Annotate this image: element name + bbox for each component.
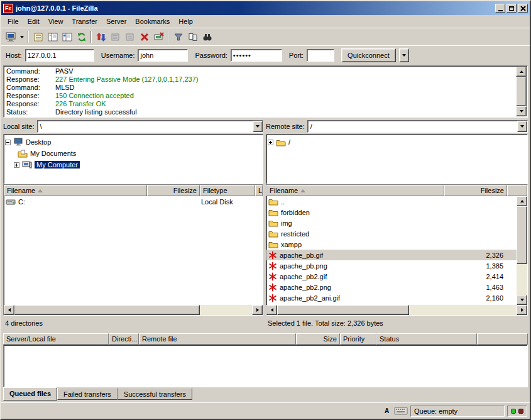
local-col-filetype[interactable]: Filetype [200, 185, 255, 196]
scroll-thumb[interactable] [277, 305, 409, 315]
toolbar-separator [28, 31, 29, 43]
window-title: john@127.0.0.1 - FileZilla [16, 4, 493, 12]
remote-file-row[interactable]: apache_pb2_ani.gif2,160 [266, 292, 517, 303]
remote-file-row[interactable]: .. [266, 196, 517, 207]
chevron-down-icon [520, 125, 524, 128]
local-site-dropdown-button[interactable] [253, 121, 263, 132]
toggle-local-tree-button[interactable] [45, 30, 60, 44]
local-col-last-modified[interactable]: L [255, 185, 263, 196]
tree-item-my-documents[interactable]: My Documents [5, 148, 261, 159]
quickconnect-button[interactable]: Quickconnect [341, 48, 396, 62]
remote-file-row[interactable]: apache_pb.png1,385 [266, 260, 517, 271]
log-scrollbar[interactable] [516, 67, 527, 116]
scroll-right-button[interactable] [517, 305, 527, 315]
image-file-icon [268, 294, 277, 302]
titlebar: Fz john@127.0.0.1 - FileZilla [1, 1, 530, 15]
remote-site-combobox[interactable]: / [307, 120, 528, 133]
remote-site-dropdown-button[interactable] [517, 121, 527, 132]
process-queue-button[interactable] [94, 30, 108, 44]
scroll-left-button[interactable] [4, 305, 14, 315]
add-to-queue-button[interactable] [108, 30, 123, 44]
remote-col-filename[interactable]: Filename [266, 185, 444, 196]
maximize-button[interactable] [506, 4, 517, 13]
remote-file-row[interactable]: restricted [266, 228, 517, 239]
quickconnect-dropdown-button[interactable] [399, 48, 409, 62]
remote-file-row[interactable]: apache_pb2.gif2,414 [266, 271, 517, 282]
local-file-row[interactable]: C: Local Disk [4, 196, 263, 207]
local-list-hscrollbar[interactable] [4, 305, 263, 315]
expand-toggle[interactable] [14, 162, 19, 168]
queue-list [3, 345, 528, 387]
menu-server[interactable]: Server [102, 16, 131, 27]
folder-icon [276, 138, 286, 146]
username-input[interactable] [138, 49, 188, 62]
refresh-button[interactable] [74, 30, 89, 44]
filter-button[interactable] [171, 30, 185, 44]
toggle-message-log-button[interactable] [31, 30, 45, 44]
cancel-icon [140, 32, 150, 42]
toolbar-separator [90, 31, 92, 43]
menu-edit[interactable]: Edit [23, 16, 44, 27]
close-button[interactable] [518, 4, 528, 13]
menu-file[interactable]: File [3, 16, 23, 27]
scroll-up-button[interactable] [517, 196, 527, 206]
toggle-remote-tree-button[interactable] [60, 30, 74, 44]
remote-file-row[interactable]: xampp [266, 239, 517, 250]
site-trees-section: Local site: \ Desktop My Documents [1, 119, 530, 184]
disconnect-button[interactable] [151, 30, 166, 44]
compare-button[interactable] [185, 30, 200, 44]
scroll-down-button[interactable] [517, 295, 527, 305]
queue-col-size[interactable]: Size [296, 333, 340, 345]
password-input[interactable] [231, 49, 282, 62]
local-site-combobox[interactable]: \ [37, 120, 263, 133]
remote-file-row[interactable]: img [266, 218, 517, 228]
site-manager-button[interactable] [4, 30, 18, 44]
arrow-down-icon [520, 299, 524, 301]
expand-toggle[interactable] [268, 140, 273, 145]
queue-col-priority[interactable]: Priority [340, 333, 376, 345]
queue-col-remote-file[interactable]: Remote file [139, 333, 296, 345]
remote-col-filesize[interactable]: Filesize [444, 185, 507, 196]
menu-bookmarks[interactable]: Bookmarks [131, 16, 174, 27]
site-manager-dropdown-button[interactable] [18, 30, 26, 44]
tab-failed-transfers[interactable]: Failed transfers [57, 388, 118, 400]
menu-transfer[interactable]: Transfer [67, 16, 102, 27]
queue-col-status[interactable]: Status [376, 333, 477, 345]
menu-help[interactable]: Help [174, 16, 197, 27]
cancel-button[interactable] [137, 30, 151, 44]
remote-file-row[interactable]: apache_pb2.png1,463 [266, 282, 517, 292]
scroll-thumb[interactable] [516, 77, 527, 106]
scroll-thumb[interactable] [14, 305, 200, 315]
tab-successful-transfers[interactable]: Successful transfers [118, 388, 192, 400]
tree-item-desktop[interactable]: Desktop [5, 136, 261, 148]
statusbar: A Queue: empty [1, 402, 530, 419]
local-site-label: Local site: [3, 123, 35, 130]
tree-item-my-computer[interactable]: My Computer [5, 159, 261, 170]
tree-item-root[interactable]: / [268, 136, 526, 148]
collapse-toggle[interactable] [5, 140, 11, 145]
local-col-filesize[interactable]: Filesize [147, 185, 200, 196]
remove-from-queue-button[interactable] [123, 30, 137, 44]
scroll-up-button[interactable] [516, 67, 527, 77]
minimize-button[interactable] [495, 4, 505, 13]
message-log-icon [33, 32, 43, 42]
menu-view[interactable]: View [44, 16, 68, 27]
scroll-thumb[interactable] [517, 206, 527, 264]
scroll-down-button[interactable] [516, 106, 527, 116]
scroll-right-button[interactable] [252, 305, 263, 315]
remote-file-row[interactable]: forbidden [266, 207, 517, 218]
remote-list-hscrollbar[interactable] [266, 305, 527, 315]
remote-list-vscrollbar[interactable] [517, 196, 527, 305]
tab-queued-files[interactable]: Queued files [3, 387, 57, 401]
arrow-left-icon [8, 308, 11, 312]
chevron-down-icon [20, 36, 24, 38]
port-input[interactable] [307, 49, 334, 62]
scroll-left-button[interactable] [266, 305, 277, 315]
queue-col-server-local-file[interactable]: Server/Local file [3, 333, 109, 345]
log-line: Status:Directory listing successful [6, 108, 515, 116]
host-input[interactable] [25, 49, 94, 62]
find-button[interactable] [200, 30, 214, 44]
queue-col-direction[interactable]: Directi... [109, 333, 139, 345]
remote-file-row-selected[interactable]: apache_pb.gif2,326 [266, 250, 517, 260]
local-col-filename[interactable]: Filename [4, 185, 147, 196]
